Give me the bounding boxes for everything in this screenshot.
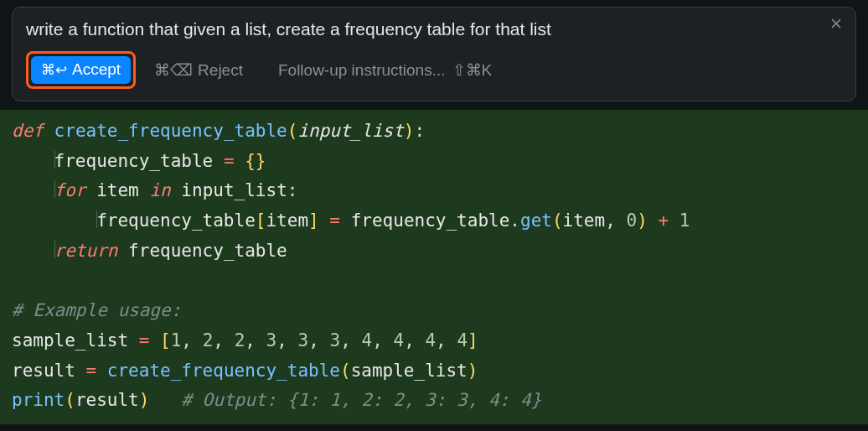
code-line: # Example usage: xyxy=(0,296,868,326)
accept-button[interactable]: ⌘↩ Accept xyxy=(31,56,131,84)
code-line: def create_frequency_table(input_list): xyxy=(0,117,868,147)
reject-button[interactable]: ⌘⌫ Reject xyxy=(154,60,243,80)
accept-label: Accept xyxy=(72,60,121,80)
reject-shortcut: ⌘⌫ xyxy=(154,60,193,80)
followup-input[interactable]: Follow-up instructions... ⇧⌘K xyxy=(278,60,492,80)
followup-placeholder: Follow-up instructions... xyxy=(278,61,446,80)
accept-shortcut: ⌘↩ xyxy=(41,61,67,80)
followup-shortcut: ⇧⌘K xyxy=(452,60,493,80)
accept-highlight: ⌘↩ Accept xyxy=(26,51,136,89)
code-suggestion: def create_frequency_table(input_list): … xyxy=(0,110,868,424)
code-line: sample_list = [1, 2, 2, 3, 3, 3, 4, 4, 4… xyxy=(0,326,868,356)
code-line: return frequency_table xyxy=(0,236,868,267)
code-line: print(result) # Output: {1: 1, 2: 2, 3: … xyxy=(0,386,868,416)
code-line: frequency_table = {} xyxy=(0,147,868,177)
code-line xyxy=(0,266,868,296)
code-line: frequency_table[item] = frequency_table.… xyxy=(0,206,868,236)
prompt-text: write a function that given a list, crea… xyxy=(26,18,842,41)
code-line: result = create_frequency_table(sample_l… xyxy=(0,356,868,387)
ai-prompt-panel: write a function that given a list, crea… xyxy=(12,7,856,101)
action-row: ⌘↩ Accept ⌘⌫ Reject Follow-up instructio… xyxy=(26,51,842,89)
reject-label: Reject xyxy=(198,61,243,80)
close-icon[interactable] xyxy=(827,14,845,33)
code-line: for item in input_list: xyxy=(0,176,868,206)
